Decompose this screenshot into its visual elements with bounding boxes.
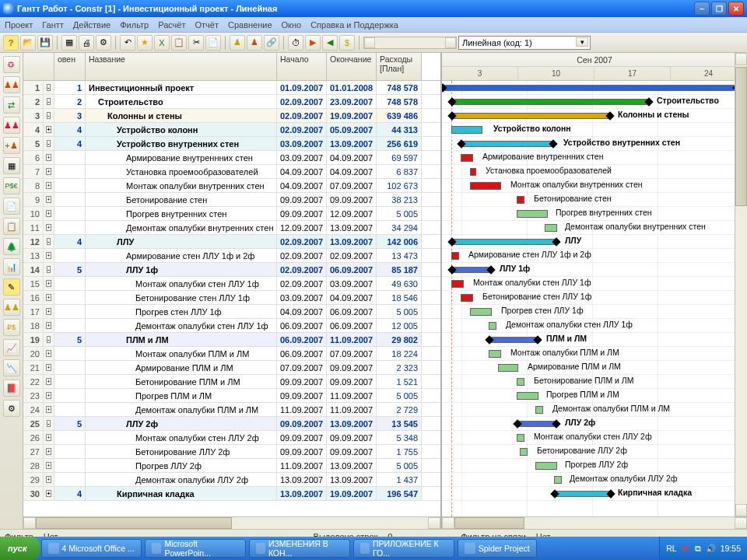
gantt-bar[interactable] bbox=[517, 210, 548, 218]
grid-button[interactable]: ▦ bbox=[61, 35, 77, 51]
gantt-bar[interactable] bbox=[451, 99, 650, 105]
sidebar-people-icon[interactable]: ♟♟ bbox=[3, 299, 20, 316]
gantt-bar[interactable] bbox=[470, 182, 501, 190]
sidebar-assignments-icon[interactable]: ⇄ bbox=[3, 96, 20, 114]
sidebar-chart-icon[interactable]: 📊 bbox=[3, 258, 20, 275]
gantt-row[interactable]: Кирпичная кладка bbox=[442, 487, 747, 501]
gantt-row[interactable]: ЛЛУ 1ф bbox=[442, 263, 747, 277]
table-hscroll[interactable] bbox=[23, 516, 440, 529]
maximize-button[interactable]: ❐ bbox=[711, 2, 727, 16]
taskbar-item[interactable]: Microsoft PowerPoin... bbox=[145, 539, 246, 558]
gantt-bar[interactable] bbox=[461, 141, 554, 147]
gantt-row[interactable]: Прогрев стен ЛЛУ 1ф bbox=[442, 305, 747, 319]
row-toggle[interactable]: + bbox=[44, 403, 54, 416]
table-row[interactable]: 9+Бетонирование стен09.09.200709.09.2007… bbox=[23, 193, 440, 207]
tray-net-icon[interactable]: ⧉ bbox=[695, 544, 701, 554]
gantt-hscroll[interactable] bbox=[442, 516, 747, 529]
menu-действие[interactable]: Действие bbox=[73, 20, 110, 30]
menu-сравнение[interactable]: Сравнение bbox=[228, 20, 272, 30]
gantt-row[interactable]: Устройство колонн bbox=[442, 123, 747, 137]
row-toggle[interactable]: + bbox=[44, 207, 54, 220]
print-button[interactable]: 🖨 bbox=[79, 35, 94, 51]
table-row[interactable]: 29+Демонтаж опалубки ЛЛУ 2ф13.09.200713.… bbox=[23, 473, 440, 487]
gantt-row[interactable]: Монтаж опалубки стен ЛЛУ 2ф bbox=[442, 431, 747, 445]
system-tray[interactable]: RL ⛨ ⧉ 🔊 19:55 bbox=[659, 537, 747, 560]
sidebar-currency-icon[interactable]: ₽$ bbox=[3, 319, 20, 336]
col-level[interactable]: овен bbox=[54, 53, 86, 80]
table-row[interactable]: 22+Бетонирование ПЛМ и ЛМ09.09.200709.09… bbox=[23, 375, 440, 389]
row-toggle[interactable]: - bbox=[44, 95, 54, 108]
gantt-bar[interactable] bbox=[517, 196, 524, 204]
cost-button[interactable]: $ bbox=[339, 35, 355, 51]
gantt-row[interactable]: Строительство bbox=[442, 95, 747, 109]
table-row[interactable]: 10+Прогрев внутренних стен09.09.200712.0… bbox=[23, 207, 440, 221]
table-row[interactable]: 26+Монтаж опалубки стен ЛЛУ 2ф09.09.2007… bbox=[23, 431, 440, 445]
sidebar-doc2-icon[interactable]: 📋 bbox=[3, 218, 20, 235]
sidebar-doc1-icon[interactable]: 📄 bbox=[3, 198, 20, 215]
gantt-bar[interactable] bbox=[451, 280, 464, 288]
sidebar-report2-icon[interactable]: 📉 bbox=[3, 359, 20, 376]
table-row[interactable]: 3-3Колонны и стены02.09.200719.09.200763… bbox=[23, 109, 440, 123]
tray-vol-icon[interactable]: 🔊 bbox=[706, 544, 716, 554]
row-toggle[interactable]: + bbox=[44, 473, 54, 486]
col-end[interactable]: Окончание bbox=[327, 53, 377, 80]
row-toggle[interactable]: + bbox=[44, 305, 54, 318]
table-row[interactable]: 8+Монтаж опалубки внутренних стен04.09.2… bbox=[23, 179, 440, 193]
gantt-row[interactable]: Инвестиционный проект bbox=[442, 81, 747, 95]
col-rownum[interactable] bbox=[23, 53, 54, 80]
gantt-row[interactable]: Бетонирование стен bbox=[442, 193, 747, 207]
sidebar-book-icon[interactable]: 📕 bbox=[3, 380, 20, 397]
scroll-left-arrow[interactable] bbox=[364, 37, 375, 48]
gantt-row[interactable]: Монтаж опалубки стен ЛЛУ 1ф bbox=[442, 277, 747, 291]
table-row[interactable]: 6+Армирование внутреннних стен03.09.2007… bbox=[23, 151, 440, 165]
table-row[interactable]: 19-5ПЛМ и ЛМ06.09.200711.09.200729 802 bbox=[23, 333, 440, 347]
star-button[interactable]: ★ bbox=[137, 35, 153, 51]
gantt-row[interactable]: Монтаж опалубки ПЛМ и ЛМ bbox=[442, 347, 747, 361]
help-button[interactable]: ? bbox=[3, 35, 19, 51]
link-button[interactable]: 🔗 bbox=[264, 35, 279, 51]
table-row[interactable]: 18+Демонтаж опалубки стен ЛЛУ 1ф06.09.20… bbox=[23, 319, 440, 333]
row-toggle[interactable]: + bbox=[44, 193, 54, 206]
menu-справка и поддержка[interactable]: Справка и Поддержка bbox=[310, 20, 398, 30]
row-toggle[interactable]: + bbox=[44, 291, 54, 304]
view-dropdown[interactable]: Линейная (код: 1) bbox=[458, 36, 591, 50]
gantt-row[interactable]: Колонны и стены bbox=[442, 109, 747, 123]
tray-time[interactable]: 19:55 bbox=[721, 544, 741, 553]
gantt-row[interactable]: Демонтаж опалубки ЛЛУ 2ф bbox=[442, 473, 747, 487]
gantt-bar[interactable] bbox=[517, 378, 524, 386]
gantt-bar[interactable] bbox=[517, 392, 538, 400]
table-row[interactable]: 14-5ЛЛУ 1ф02.09.200706.09.200785 187 bbox=[23, 263, 440, 277]
row-toggle[interactable]: + bbox=[44, 277, 54, 290]
row-toggle[interactable]: + bbox=[44, 347, 54, 360]
menu-окно[interactable]: Окно bbox=[282, 20, 302, 30]
row-toggle[interactable]: + bbox=[44, 375, 54, 388]
row-toggle[interactable]: - bbox=[44, 235, 54, 248]
row-toggle[interactable]: - bbox=[44, 333, 54, 346]
gantt-row[interactable]: ПЛМ и ЛМ bbox=[442, 333, 747, 347]
table-row[interactable]: 25-5ЛЛУ 2ф09.09.200713.09.200713 545 bbox=[23, 417, 440, 431]
menu-фильтр[interactable]: Фильтр bbox=[120, 20, 149, 30]
resource-button[interactable]: ♟ bbox=[230, 35, 245, 51]
gantt-row[interactable]: Бетонирование стен ЛЛУ 1ф bbox=[442, 291, 747, 305]
gantt-bar[interactable] bbox=[489, 337, 538, 343]
row-toggle[interactable]: + bbox=[44, 179, 54, 192]
scroll-right-arrow[interactable] bbox=[445, 37, 456, 48]
taskbar-item[interactable]: 4 Microsoft Office ... bbox=[41, 539, 142, 558]
table-row[interactable]: 27+Бетонирование ЛЛУ 2ф09.09.200709.09.2… bbox=[23, 445, 440, 459]
sidebar-tree-icon[interactable]: 🌲 bbox=[3, 238, 20, 255]
row-toggle[interactable]: + bbox=[44, 221, 54, 234]
gantt-row[interactable]: Прогрев ПЛМ и ЛМ bbox=[442, 389, 747, 403]
gantt-bar[interactable] bbox=[461, 154, 473, 162]
row-toggle[interactable]: + bbox=[44, 249, 54, 262]
gantt-row[interactable]: Устройство внутренних стен bbox=[442, 137, 747, 151]
row-toggle[interactable]: - bbox=[44, 263, 54, 276]
paste-button[interactable]: 📄 bbox=[205, 35, 221, 51]
calc-back-button[interactable]: ◀ bbox=[322, 35, 338, 51]
gantt-bar[interactable] bbox=[517, 421, 557, 427]
gantt-bar[interactable] bbox=[451, 267, 492, 273]
table-row[interactable]: 15+Монтаж опалубки стен ЛЛУ 1ф02.09.2007… bbox=[23, 277, 440, 291]
taskbar-item[interactable]: ПРИЛОЖЕНИЕ К ГО... bbox=[353, 539, 454, 558]
menu-отчёт[interactable]: Отчёт bbox=[195, 20, 219, 30]
tray-lang[interactable]: RL bbox=[666, 544, 676, 553]
sidebar-resources-icon[interactable]: ♟♟ bbox=[3, 76, 20, 93]
